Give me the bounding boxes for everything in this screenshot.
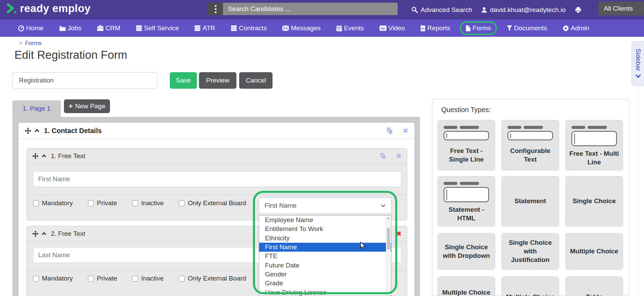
nav-item-events[interactable]: Events — [336, 24, 364, 32]
nav-item-contracts[interactable]: Contracts — [231, 24, 267, 32]
collapse-icon[interactable] — [42, 154, 46, 157]
selected-value: First Name — [265, 202, 297, 209]
page-title: Edit Registration Form — [14, 48, 127, 62]
only-external-board-option[interactable]: Only External Board — [179, 199, 246, 207]
logo-text: ready employ — [20, 2, 91, 15]
nav-item-video[interactable]: HD Video — [379, 24, 405, 32]
qtype-free-text-multi-line[interactable]: Free Text - Multi Line — [565, 120, 623, 171]
nav-item-messages[interactable]: Messages — [282, 24, 321, 32]
inactive-option[interactable]: Inactive — [132, 275, 164, 282]
option-have-driving-license[interactable]: Have Driving License — [259, 288, 391, 296]
nav-item-jobs[interactable]: Jobs — [59, 24, 81, 32]
qtype-single-choice-justification[interactable]: Single Choice with Justification — [501, 233, 559, 270]
delete-icon[interactable]: ✖ — [396, 230, 401, 238]
breadcrumb-forms-link[interactable]: Forms — [25, 40, 42, 46]
copy-icon[interactable] — [380, 153, 386, 160]
qtype-statement-html[interactable]: Statement - HTML — [437, 176, 495, 227]
question-types-heading: Question Types: — [441, 106, 491, 114]
collapse-icon[interactable] — [42, 232, 46, 235]
qtype-multiple-choice-with[interactable]: Multiple Choice with — [437, 276, 495, 296]
print-button[interactable] — [575, 0, 582, 20]
nav-item-self-service[interactable]: Self Service — [136, 24, 179, 32]
server-stack-icon — [231, 25, 237, 31]
qtype-single-choice[interactable]: Single Choice — [565, 176, 623, 227]
section-title: 1. Contact Details — [44, 127, 102, 135]
save-button[interactable]: Save — [170, 72, 197, 89]
qtype-configurable-text[interactable]: Configurable Text — [501, 120, 559, 171]
option-employee-name[interactable]: Employee Name — [259, 216, 391, 224]
checkbox[interactable] — [33, 276, 39, 282]
close-icon[interactable]: ✖ — [396, 152, 401, 160]
qtype-statement[interactable]: Statement — [501, 176, 559, 227]
search-options-button[interactable] — [208, 3, 223, 15]
field-mapping-listbox: Employee Name Entitlement To Work Ethnic… — [259, 215, 391, 296]
nav-item-crm[interactable]: CRM — [97, 24, 120, 32]
new-page-button[interactable]: +New Page — [64, 99, 110, 113]
scroll-up-arrow-icon[interactable]: ▲ — [386, 217, 391, 220]
nav-item-forms[interactable]: Forms — [466, 24, 491, 32]
hd-video-icon: HD — [379, 25, 387, 31]
option-gender[interactable]: Gender — [259, 270, 391, 279]
listbox-scrollbar[interactable]: ▲ — [386, 216, 391, 295]
candidate-search — [208, 3, 398, 15]
private-option[interactable]: Private — [88, 275, 117, 282]
option-fte[interactable]: FTE — [259, 252, 391, 261]
cancel-button[interactable]: Cancel — [239, 72, 273, 89]
inactive-option[interactable]: Inactive — [132, 199, 164, 207]
move-icon[interactable] — [32, 231, 38, 237]
qtype-free-text-single-line[interactable]: Free Text - Single Line — [437, 120, 495, 171]
user-menu[interactable]: david.khuat@readytech.io — [481, 0, 566, 20]
form-name-input[interactable] — [12, 72, 157, 89]
move-icon[interactable] — [25, 128, 31, 134]
checkbox[interactable] — [33, 200, 39, 206]
checkbox[interactable] — [88, 276, 94, 282]
checkbox[interactable] — [132, 276, 138, 282]
checkbox[interactable] — [179, 276, 185, 282]
option-grade[interactable]: Grade — [259, 279, 391, 288]
sidebar-panel-edge — [638, 86, 639, 296]
clients-selector[interactable]: All Clients — [598, 2, 644, 15]
scrollbar-thumb[interactable] — [387, 228, 390, 250]
close-icon[interactable]: ✖ — [403, 127, 408, 135]
logo[interactable]: ready employ — [7, 2, 91, 15]
private-option[interactable]: Private — [88, 199, 117, 207]
tab-page-1[interactable]: 1. Page 1 — [12, 100, 61, 117]
option-first-name-selected[interactable]: First Name — [259, 243, 391, 252]
option-future-date[interactable]: Future Date — [259, 261, 391, 270]
qtype-single-choice-dropdown[interactable]: Single Choice with Dropdown — [437, 233, 495, 270]
copy-icon[interactable] — [386, 127, 393, 134]
search-input[interactable] — [223, 3, 398, 15]
only-external-board-option[interactable]: Only External Board — [179, 275, 246, 282]
main-nav: Home Jobs CRM Self Service ATR Contracts… — [0, 20, 644, 37]
question-1-header: 1. Free Text ✖ — [27, 149, 407, 164]
option-entitlement-to-work[interactable]: Entitlement To Work — [259, 224, 391, 233]
collapse-icon[interactable] — [34, 129, 40, 132]
server-stack-icon — [194, 25, 201, 31]
nav-item-documents[interactable]: Documents — [507, 24, 547, 32]
move-icon[interactable] — [32, 153, 38, 159]
nav-item-reports[interactable]: Reports — [420, 24, 450, 32]
checkbox[interactable] — [132, 200, 138, 206]
briefcase-icon — [97, 25, 104, 31]
mandatory-option[interactable]: Mandatory — [33, 199, 73, 207]
dashboard-gauge-icon — [18, 25, 24, 32]
nav-item-home[interactable]: Home — [18, 24, 44, 32]
field-mapping-select[interactable]: First Name — [259, 197, 391, 214]
search-icon — [411, 7, 418, 13]
checkbox[interactable] — [88, 200, 94, 206]
nav-item-atr[interactable]: ATR — [194, 24, 215, 32]
question-1-label-input[interactable] — [33, 171, 401, 187]
nav-item-admin[interactable]: Admin — [563, 24, 589, 32]
mandatory-option[interactable]: Mandatory — [33, 275, 73, 282]
mouse-cursor — [360, 242, 366, 250]
qtype-multiple-choice[interactable]: Multiple Choice — [565, 233, 623, 270]
option-ethnicity[interactable]: Ethnicity — [259, 234, 391, 243]
qtype-multiple-choice-2[interactable]: Multiple Choice — [501, 276, 559, 296]
advanced-search-link[interactable]: Advanced Search — [411, 0, 472, 20]
question-1-options: Mandatory Private Inactive Only External… — [33, 199, 246, 207]
svg-text:HD: HD — [380, 27, 385, 30]
sidebar-toggle-tab[interactable]: Sidebar — [632, 41, 644, 86]
qtype-table[interactable]: Table — [565, 276, 623, 296]
preview-button[interactable]: Preview — [199, 72, 236, 89]
checkbox[interactable] — [179, 200, 185, 206]
